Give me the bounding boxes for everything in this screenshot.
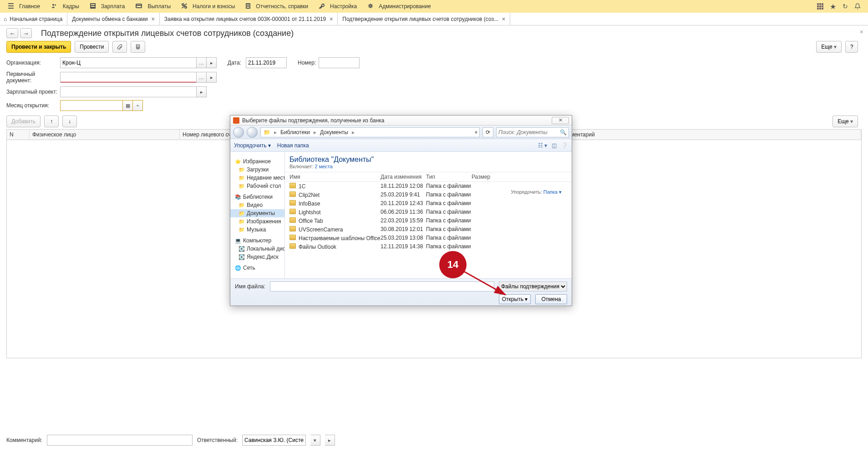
print-button[interactable] — [131, 41, 145, 53]
topbar-item-3[interactable]: Выплаты — [130, 0, 176, 13]
comment-input[interactable] — [47, 435, 193, 446]
grid-col-n[interactable]: N — [7, 130, 30, 140]
nav-forward-button[interactable]: → — [20, 28, 32, 38]
comment-label: Комментарий: — [6, 437, 42, 443]
help-button[interactable]: ? — [845, 41, 858, 53]
tree-lib-3[interactable]: 📁Музыка — [230, 226, 284, 234]
tab-2[interactable]: Заявка на открытие лицевых счетов 00ЗК-0… — [160, 13, 338, 25]
grid-col-person[interactable]: Физическое лицо — [30, 130, 180, 140]
responsible-input[interactable] — [242, 435, 306, 446]
tab-close-icon[interactable]: × — [330, 16, 333, 22]
dialog-nav-tree[interactable]: ⭐Избранное📁Загрузки📁Недавние места📁Рабоч… — [230, 152, 285, 278]
primary-clear-button[interactable]: … — [197, 72, 207, 83]
folder-icon: 📁 — [239, 167, 245, 173]
tree-libraries[interactable]: 📚Библиотеки — [230, 193, 284, 201]
org-input[interactable] — [60, 57, 197, 68]
grid-col-comment[interactable]: Комментарий — [558, 130, 861, 140]
tree-lib-0[interactable]: 📁Видео — [230, 201, 284, 209]
add-row-button[interactable]: Добавить — [6, 116, 41, 127]
responsible-open-button[interactable]: ▸ — [325, 435, 335, 446]
tab-3[interactable]: Подтверждение открытия лицевых счетов со… — [338, 13, 510, 25]
tree-favorites[interactable]: ⭐Избранное — [230, 157, 284, 166]
star-icon[interactable]: ★ — [830, 2, 836, 11]
dialog-forward-button[interactable] — [247, 127, 258, 138]
organize-menu[interactable]: Упорядочить ▾ — [234, 142, 271, 149]
tree-fav-0[interactable]: 📁Загрузки — [230, 166, 284, 174]
date-input[interactable] — [246, 57, 287, 68]
hdr-date[interactable]: Дата изменения — [381, 174, 426, 180]
grid-more-button[interactable]: Еще — [832, 116, 858, 127]
move-down-button[interactable]: ↓ — [62, 116, 77, 127]
attach-button[interactable] — [112, 41, 127, 53]
gear-icon — [368, 3, 376, 10]
cancel-button[interactable]: Отмена — [535, 294, 567, 304]
view-mode-button[interactable]: ☷ ▾ — [538, 142, 547, 149]
number-input[interactable] — [319, 57, 360, 68]
bell-icon[interactable] — [854, 3, 861, 10]
file-row-4[interactable]: Office Tab22.03.2019 15:59Папка с файлам… — [285, 216, 572, 225]
tree-comp-0[interactable]: 💽Локальный диск (C — [230, 245, 284, 253]
tab-close-icon[interactable]: × — [152, 16, 155, 22]
move-up-button[interactable]: ↑ — [44, 116, 59, 127]
tree-fav-1[interactable]: 📁Недавние места — [230, 174, 284, 182]
responsible-drop-button[interactable]: ▾ — [310, 435, 320, 446]
preview-pane-button[interactable]: ◫ — [552, 142, 557, 149]
more-button[interactable]: Еще — [816, 41, 842, 53]
hdr-size[interactable]: Размер — [472, 174, 508, 180]
process-button[interactable]: Провести — [75, 41, 109, 53]
folder-icon: 💽 — [239, 254, 245, 260]
primary-doc-input[interactable] — [60, 72, 197, 83]
dialog-search-input[interactable] — [498, 129, 560, 136]
tree-lib-2[interactable]: 📁Изображения — [230, 217, 284, 226]
topbar-item-7[interactable]: Администрирование — [362, 0, 436, 13]
library-sort[interactable]: Упорядочить: Папка ▾ — [511, 189, 562, 195]
org-clear-button[interactable]: … — [197, 57, 207, 68]
tree-comp-1[interactable]: 💽Яндекс.Диск — [230, 253, 284, 261]
dialog-titlebar: Выберите файлы подтверждения, полученные… — [230, 116, 572, 126]
tab-close-icon[interactable]: × — [502, 16, 505, 22]
nav-back-button[interactable]: ← — [6, 28, 18, 38]
topbar-item-5[interactable]: Отчетность, справки — [240, 0, 314, 13]
table-icon — [90, 3, 98, 10]
new-folder-button[interactable]: Новая папка — [277, 142, 309, 149]
page-close-icon[interactable]: × — [860, 28, 863, 35]
tree-fav-2[interactable]: 📁Рабочий стол — [230, 182, 284, 190]
dialog-close-button[interactable]: ✕ — [552, 117, 569, 124]
file-row-7[interactable]: Файлы Outlook12.11.2019 14:38Папка с фай… — [285, 242, 572, 251]
file-row-3[interactable]: Lightshot06.06.2019 11:36Папка с файлами — [285, 208, 572, 216]
topbar-item-0[interactable]: Главное — [3, 0, 46, 13]
breadcrumb[interactable]: 📁▸ Библиотеки▸ Документы▸ ▾ — [260, 127, 480, 137]
dialog-search[interactable]: 🔍 — [496, 127, 569, 137]
project-open-button[interactable]: ▸ — [197, 86, 207, 97]
file-list-header[interactable]: Имя Дата изменения Тип Размер — [285, 172, 572, 182]
apps-icon[interactable] — [817, 3, 823, 10]
tree-network[interactable]: 🌐Сеть — [230, 264, 284, 272]
open-month-input[interactable] — [60, 100, 123, 111]
dialog-back-button[interactable] — [233, 127, 244, 138]
process-close-button[interactable]: Провести и закрыть — [6, 41, 71, 53]
tree-computer[interactable]: 💻Компьютер — [230, 236, 284, 245]
tab-1[interactable]: Документы обмена с банками× — [67, 13, 159, 25]
file-row-5[interactable]: UVScreenCamera30.08.2019 12:01Папка с фа… — [285, 225, 572, 234]
refresh-button[interactable]: ⟳ — [482, 127, 493, 137]
salary-project-input[interactable] — [60, 86, 197, 97]
dialog-help-button[interactable]: ❔ — [561, 142, 568, 149]
month-spinner-button[interactable]: ÷ — [133, 100, 143, 111]
svg-rect-13 — [822, 5, 823, 7]
month-calendar-button[interactable]: ▦ — [123, 100, 133, 111]
hdr-type[interactable]: Тип — [426, 174, 472, 180]
topbar-item-1[interactable]: Кадры — [46, 0, 85, 13]
hdr-name[interactable]: Имя — [289, 174, 381, 180]
file-row-6[interactable]: Настраиваемые шаблоны Office25.03.2019 1… — [285, 234, 572, 242]
topbar-item-6[interactable]: Настройка — [314, 0, 362, 13]
tab-0[interactable]: ⌂Начальная страница — [0, 13, 67, 25]
file-row-2[interactable]: InfoBase20.11.2019 12:43Папка с файлами — [285, 199, 572, 208]
org-open-button[interactable]: ▸ — [207, 57, 217, 68]
primary-open-button[interactable]: ▸ — [207, 72, 217, 83]
folder-icon — [289, 217, 296, 223]
library-locations-link[interactable]: 2 места — [315, 164, 332, 169]
tree-lib-1[interactable]: 📁Документы — [230, 209, 284, 217]
topbar-item-2[interactable]: Зарплата — [85, 0, 131, 13]
topbar-item-4[interactable]: Налоги и взносы — [176, 0, 240, 13]
history-icon[interactable]: ↻ — [843, 3, 848, 10]
